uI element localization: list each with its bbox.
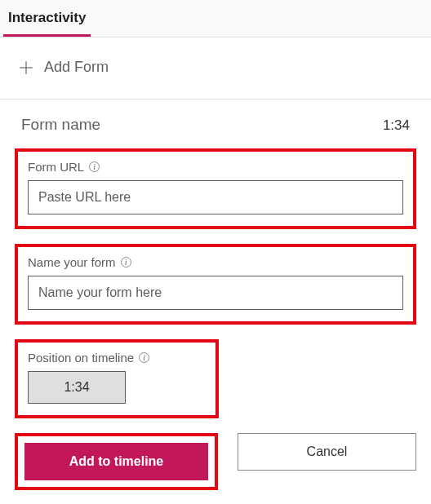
add-form-label: Add Form [44, 59, 109, 76]
form-name-input[interactable] [28, 276, 403, 310]
position-label: Position on timeline [28, 351, 134, 365]
form-name-group: Name your form i [15, 244, 416, 325]
panel-content: Add Form Form name 1:34 Form URL i Name … [0, 38, 431, 504]
tab-interactivity[interactable]: Interactivity [3, 0, 91, 37]
position-input[interactable] [28, 371, 126, 404]
position-group: Position on timeline i [15, 339, 219, 418]
form-name-label: Name your form [28, 255, 116, 269]
form-url-group: Form URL i [15, 148, 416, 229]
info-icon[interactable]: i [89, 161, 100, 172]
secondary-button-label: Cancel [307, 444, 348, 459]
plus-icon [18, 60, 34, 76]
cancel-button[interactable]: Cancel [238, 433, 416, 471]
primary-button-label: Add to timeline [69, 454, 164, 469]
form-name-title: Form name [21, 116, 100, 134]
primary-button-wrap: Add to timeline [15, 433, 218, 490]
form-name-label-row: Name your form i [28, 255, 403, 269]
form-url-label-row: Form URL i [28, 160, 403, 174]
form-url-input[interactable] [28, 180, 403, 214]
form-header-time: 1:34 [383, 117, 410, 134]
add-to-timeline-button[interactable]: Add to timeline [24, 443, 208, 480]
position-label-row: Position on timeline i [28, 351, 206, 365]
tab-label: Interactivity [8, 10, 86, 25]
form-header-row: Form name 1:34 [15, 116, 416, 148]
info-icon[interactable]: i [139, 352, 149, 363]
divider [0, 99, 431, 99]
add-form-button[interactable]: Add Form [15, 55, 416, 99]
button-row: Add to timeline Cancel [15, 433, 416, 490]
info-icon[interactable]: i [121, 257, 131, 267]
form-url-label: Form URL [28, 160, 84, 174]
tab-bar: Interactivity [0, 0, 431, 38]
